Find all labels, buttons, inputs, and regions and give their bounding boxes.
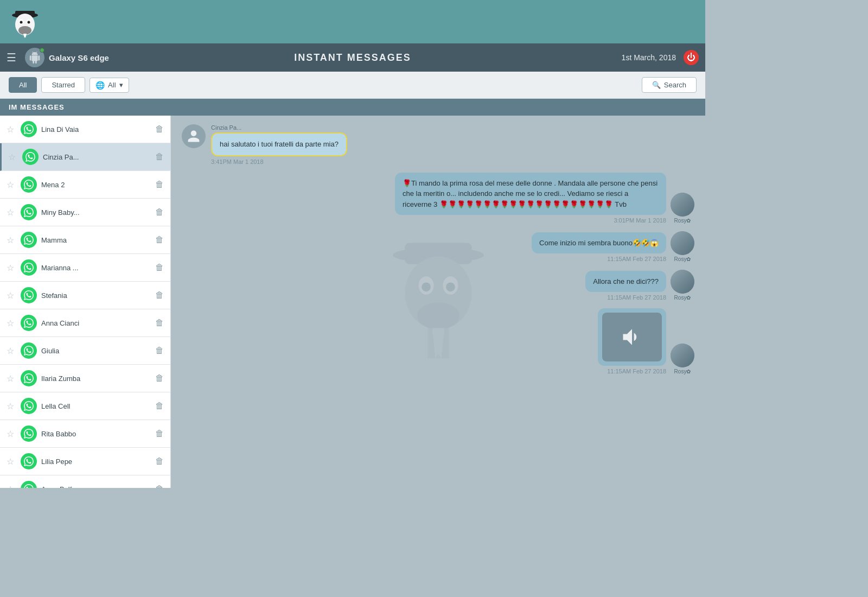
svg-point-6 [28, 21, 30, 24]
contact-item[interactable]: ☆ Anna Belf... 🗑 [0, 475, 170, 488]
star-icon[interactable]: ☆ [7, 263, 16, 273]
chat-messages[interactable]: Cinzia Pa... hai salutato i tuoi fratell… [171, 116, 705, 488]
type-filter-dropdown[interactable]: 🌐 All ▾ [90, 78, 129, 93]
star-icon[interactable]: ☆ [7, 373, 16, 384]
contact-item[interactable]: ☆ Cinzia Pa... 🗑 [0, 143, 170, 171]
message-row: Cinzia Pa... hai salutato i tuoi fratell… [182, 124, 694, 165]
star-icon[interactable]: ☆ [7, 401, 16, 411]
star-icon[interactable]: ☆ [7, 290, 16, 301]
header-date: 1st March, 2018 [622, 53, 676, 62]
audio-bubble [598, 308, 666, 366]
message-bubble: Allora che ne dici??? [585, 271, 666, 293]
contact-list[interactable]: ☆ Lina Di Vaia 🗑 ☆ Cinzia Pa... 🗑 ☆ Mena… [0, 116, 171, 488]
delete-icon[interactable]: 🗑 [155, 180, 164, 189]
contact-name: Anna Belf... [41, 485, 151, 488]
message-row: 🌹Ti mando la prima rosa del mese delle d… [182, 173, 694, 224]
sender-label: Rosy✿ [674, 256, 691, 262]
whatsapp-icon [21, 425, 37, 442]
message-time: 11:15AM Feb 27 2018 [598, 368, 666, 374]
star-icon[interactable]: ☆ [7, 429, 16, 439]
device-name: Galaxy S6 edge [49, 53, 109, 62]
message-bubble: 🌹Ti mando la prima rosa del mese delle d… [395, 173, 666, 215]
whatsapp-icon [21, 204, 37, 220]
star-icon[interactable]: ☆ [8, 152, 18, 162]
filter-bar: All Starred 🌐 All ▾ 🔍 Search [0, 72, 705, 99]
contact-item[interactable]: ☆ Anna Cianci 🗑 [0, 309, 170, 337]
sender-photo [671, 193, 694, 217]
sender-photo [671, 344, 694, 367]
starred-filter-button[interactable]: Starred [41, 77, 85, 93]
contact-item[interactable]: ☆ Lella Cell 🗑 [0, 392, 170, 420]
message-sender: Cinzia Pa... [211, 124, 347, 131]
whatsapp-icon [21, 176, 37, 193]
contact-name: Miny Baby... [41, 208, 151, 217]
logo-area [9, 5, 41, 38]
message-bubble: Come inizio mi sembra buono🤣🤣😱 [532, 232, 666, 254]
whatsapp-icon [21, 453, 37, 469]
contact-item[interactable]: ☆ Stefania 🗑 [0, 282, 170, 309]
whatsapp-icon [22, 149, 39, 165]
message-time: 11:15AM Feb 27 2018 [585, 294, 666, 301]
delete-icon[interactable]: 🗑 [155, 429, 164, 439]
contact-name: Lella Cell [41, 402, 151, 410]
star-icon[interactable]: ☆ [7, 346, 16, 356]
contact-item[interactable]: ☆ Marianna ... 🗑 [0, 254, 170, 282]
star-icon[interactable]: ☆ [7, 456, 16, 467]
online-indicator [40, 48, 44, 53]
power-button[interactable]: ⏻ [684, 50, 699, 65]
sender-label: Rosy✿ [674, 295, 691, 301]
svg-marker-8 [23, 34, 27, 38]
all-filter-button[interactable]: All [9, 77, 37, 93]
contact-item[interactable]: ☆ Mamma 🗑 [0, 226, 170, 254]
star-icon[interactable]: ☆ [7, 318, 16, 328]
chevron-down-icon: ▾ [119, 81, 123, 89]
audio-player[interactable] [602, 313, 662, 361]
device-avatar [25, 48, 44, 67]
delete-icon[interactable]: 🗑 [155, 207, 164, 217]
delete-icon[interactable]: 🗑 [155, 373, 164, 383]
contact-name: Giulia [41, 347, 151, 355]
contact-item[interactable]: ☆ Lina Di Vaia 🗑 [0, 116, 170, 143]
delete-icon[interactable]: 🗑 [155, 290, 164, 300]
star-icon[interactable]: ☆ [7, 484, 16, 488]
contact-item[interactable]: ☆ Giulia 🗑 [0, 337, 170, 365]
im-section-header: IM MESSAGES [0, 99, 705, 116]
delete-icon[interactable]: 🗑 [155, 263, 164, 272]
search-button[interactable]: 🔍 Search [642, 77, 697, 93]
contact-item[interactable]: ☆ Lilia Pepe 🗑 [0, 448, 170, 475]
delete-icon[interactable]: 🗑 [155, 456, 164, 466]
android-icon [29, 52, 41, 63]
delete-icon[interactable]: 🗑 [155, 152, 164, 162]
delete-icon[interactable]: 🗑 [155, 484, 164, 488]
delete-icon[interactable]: 🗑 [155, 346, 164, 355]
whatsapp-icon [21, 232, 37, 248]
main-content: ☆ Lina Di Vaia 🗑 ☆ Cinzia Pa... 🗑 ☆ Mena… [0, 116, 705, 488]
delete-icon[interactable]: 🗑 [155, 124, 164, 134]
message-row: 11:15AM Feb 27 2018 Rosy✿ [182, 308, 694, 374]
menu-icon[interactable]: ☰ [7, 51, 16, 64]
whatsapp-icon [21, 315, 37, 331]
message-bubble: hai salutato i tuoi fratelli da parte mi… [211, 132, 347, 156]
contact-name: Stefania [41, 291, 151, 300]
message-time: 11:15AM Feb 27 2018 [532, 256, 666, 262]
contact-item[interactable]: ☆ Mena 2 🗑 [0, 171, 170, 199]
top-bar [0, 0, 705, 43]
device-info: Galaxy S6 edge [25, 48, 109, 67]
contact-name: Cinzia Pa... [43, 153, 151, 161]
message-content: Come inizio mi sembra buono🤣🤣😱 11:15AM F… [532, 232, 666, 263]
star-icon[interactable]: ☆ [7, 235, 16, 245]
svg-point-7 [18, 26, 31, 35]
delete-icon[interactable]: 🗑 [155, 401, 164, 411]
contact-name: Rita Babbo [41, 430, 151, 438]
contact-item[interactable]: ☆ Miny Baby... 🗑 [0, 199, 170, 226]
star-icon[interactable]: ☆ [7, 180, 16, 190]
star-icon[interactable]: ☆ [7, 207, 16, 218]
contact-item[interactable]: ☆ Ilaria Zumba 🗑 [0, 365, 170, 392]
search-label: Search [664, 81, 686, 89]
contact-item[interactable]: ☆ Rita Babbo 🗑 [0, 420, 170, 448]
whatsapp-icon [21, 342, 37, 359]
delete-icon[interactable]: 🗑 [155, 318, 164, 328]
delete-icon[interactable]: 🗑 [155, 235, 164, 245]
star-icon[interactable]: ☆ [7, 124, 16, 135]
header-right: 1st March, 2018 ⏻ [622, 50, 699, 65]
